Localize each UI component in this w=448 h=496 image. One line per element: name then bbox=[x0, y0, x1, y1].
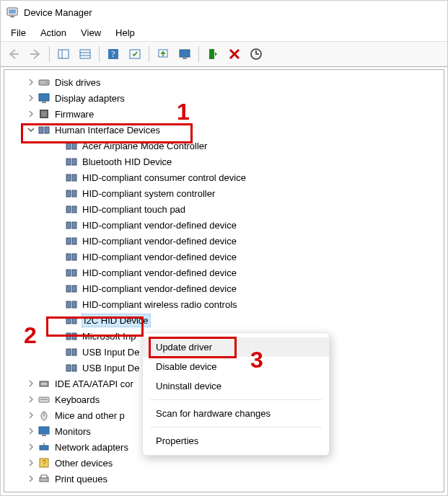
svg-rect-18 bbox=[39, 94, 49, 101]
svg-rect-25 bbox=[72, 143, 76, 149]
svg-rect-55 bbox=[41, 383, 47, 385]
tree-device-item[interactable]: Bluetooth HID Device bbox=[26, 154, 444, 169]
tree-device-item[interactable]: HID-compliant vendor-defined device bbox=[26, 265, 444, 280]
menu-help[interactable]: Help bbox=[108, 24, 142, 41]
tree-device-item[interactable]: HID-compliant vendor-defined device bbox=[26, 217, 444, 233]
tree-category[interactable]: Print queues bbox=[26, 471, 444, 487]
show-hide-tree-button[interactable] bbox=[53, 44, 74, 64]
svg-rect-35 bbox=[72, 222, 76, 229]
svg-rect-40 bbox=[66, 270, 71, 276]
chevron-right-icon[interactable] bbox=[26, 426, 36, 436]
chevron-right-icon[interactable] bbox=[26, 93, 36, 103]
hid-device-icon bbox=[65, 187, 78, 200]
tree-item-label: IDE ATA/ATAPI cor bbox=[55, 378, 133, 389]
svg-rect-38 bbox=[66, 254, 71, 260]
tree-device-item[interactable]: Acer Airplane Mode Controller bbox=[26, 138, 444, 154]
tree-category[interactable]: Disk drives bbox=[26, 74, 444, 90]
tree-item-label: Microsoft Inp bbox=[82, 331, 136, 342]
toolbar-separator bbox=[198, 46, 199, 62]
ctx-uninstall-device[interactable]: Uninstall device bbox=[143, 376, 329, 396]
tree-item-label: HID-compliant vendor-defined device bbox=[82, 220, 237, 231]
tree-item-label: I2C HID Device bbox=[82, 314, 150, 327]
menu-view[interactable]: View bbox=[74, 24, 108, 41]
menu-action[interactable]: Action bbox=[33, 24, 74, 41]
tree-category[interactable]: ?Other devices bbox=[26, 455, 444, 471]
ctx-disable-device[interactable]: Disable device bbox=[143, 357, 329, 376]
view-menu-button[interactable] bbox=[75, 44, 95, 64]
svg-point-17 bbox=[46, 82, 48, 84]
svg-rect-53 bbox=[72, 365, 76, 371]
ctx-update-driver[interactable]: Update driver bbox=[143, 337, 329, 357]
tree-device-item[interactable]: HID-compliant wireless radio controls bbox=[26, 296, 444, 312]
chevron-right-icon[interactable] bbox=[26, 410, 36, 420]
svg-rect-5 bbox=[80, 50, 90, 58]
scan-hardware-icon bbox=[250, 48, 263, 61]
chevron-right-icon[interactable] bbox=[26, 394, 36, 404]
chevron-right-icon[interactable] bbox=[26, 109, 36, 119]
uninstall-button[interactable] bbox=[175, 44, 195, 64]
svg-rect-51 bbox=[72, 349, 76, 355]
tree-item-label: HID-compliant vendor-defined device bbox=[82, 252, 237, 262]
toolbar-separator bbox=[149, 46, 149, 62]
category-icon bbox=[38, 440, 50, 453]
tree-item-label: Keyboards bbox=[55, 394, 100, 405]
tree-item-label: USB Input De bbox=[82, 347, 140, 358]
svg-rect-33 bbox=[72, 206, 76, 213]
help-icon: ? bbox=[107, 48, 120, 61]
svg-rect-21 bbox=[41, 111, 47, 117]
svg-rect-60 bbox=[39, 427, 49, 434]
toolbar-separator bbox=[99, 46, 100, 62]
tree-item-label: Print queues bbox=[55, 474, 107, 484]
svg-rect-45 bbox=[72, 301, 76, 308]
refresh-button[interactable] bbox=[125, 44, 145, 64]
tree-item-label: HID-compliant vendor-defined device bbox=[82, 267, 237, 278]
forward-button[interactable] bbox=[25, 44, 45, 64]
chevron-right-icon[interactable] bbox=[26, 378, 36, 389]
svg-rect-14 bbox=[209, 49, 214, 59]
disable-device-button[interactable] bbox=[224, 44, 245, 64]
ctx-properties[interactable]: Properties bbox=[143, 431, 329, 451]
tree-device-item[interactable]: HID-compliant touch pad bbox=[26, 201, 444, 217]
help-button[interactable]: ? bbox=[103, 44, 123, 64]
tree-device-item[interactable]: HID-compliant vendor-defined device bbox=[26, 233, 444, 249]
svg-rect-52 bbox=[66, 365, 71, 371]
svg-rect-27 bbox=[72, 159, 76, 165]
tree-device-item[interactable]: HID-compliant vendor-defined device bbox=[26, 249, 444, 265]
svg-rect-1 bbox=[9, 9, 16, 14]
context-menu: Update driver Disable device Uninstall d… bbox=[142, 332, 330, 456]
tree-device-item[interactable]: HID-compliant system controller bbox=[26, 185, 444, 201]
tree-item-label: Display adapters bbox=[55, 93, 125, 104]
hid-device-icon bbox=[65, 329, 78, 342]
hid-device-icon bbox=[65, 203, 78, 216]
svg-rect-19 bbox=[42, 102, 46, 103]
svg-rect-49 bbox=[72, 333, 76, 340]
tree-category[interactable]: Firmware bbox=[26, 106, 444, 122]
svg-rect-50 bbox=[66, 349, 71, 355]
tree-category[interactable]: Display adapters bbox=[26, 90, 444, 106]
update-driver-button[interactable] bbox=[153, 44, 173, 64]
chevron-down-icon[interactable] bbox=[26, 125, 36, 135]
chevron-right-icon[interactable] bbox=[26, 77, 36, 87]
back-arrow-icon bbox=[7, 48, 20, 61]
ctx-scan-hardware[interactable]: Scan for hardware changes bbox=[143, 404, 329, 423]
chevron-right-icon[interactable] bbox=[26, 474, 36, 484]
svg-rect-67 bbox=[41, 475, 47, 478]
forward-arrow-icon bbox=[29, 48, 42, 61]
category-icon bbox=[38, 393, 50, 406]
chevron-right-icon[interactable] bbox=[26, 458, 36, 468]
scan-hardware-button[interactable] bbox=[246, 44, 266, 64]
tree-device-item[interactable]: I2C HID Device bbox=[26, 312, 444, 328]
enable-device-button[interactable] bbox=[203, 44, 223, 64]
tree-item-label: Mice and other p bbox=[55, 410, 125, 421]
title-bar: Device Manager bbox=[1, 1, 447, 24]
tree-device-item[interactable]: HID-compliant vendor-defined device bbox=[26, 280, 444, 296]
tree-category[interactable]: Human Interface Devices bbox=[26, 122, 444, 138]
back-button[interactable] bbox=[4, 44, 24, 64]
menu-bar: File Action View Help bbox=[1, 24, 447, 41]
menu-file[interactable]: File bbox=[4, 24, 33, 41]
svg-rect-3 bbox=[58, 50, 69, 58]
chevron-right-icon[interactable] bbox=[26, 442, 36, 452]
hid-device-icon bbox=[65, 345, 78, 358]
tree-device-item[interactable]: HID-compliant consumer control device bbox=[26, 169, 444, 185]
svg-rect-26 bbox=[66, 159, 71, 165]
